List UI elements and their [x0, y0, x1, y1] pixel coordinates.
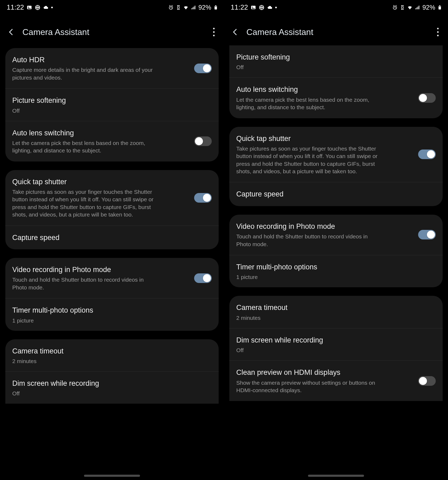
setting-title: Capture speed: [12, 233, 212, 242]
settings-list[interactable]: Auto HDR Capture more details in the bri…: [0, 45, 224, 480]
settings-group: Quick tap shutter Take pictures as soon …: [229, 127, 443, 206]
setting-value: Off: [12, 108, 212, 114]
notification-dot-icon: [51, 7, 53, 8]
battery-text: 92%: [422, 4, 435, 11]
notification-dot-icon: [275, 7, 277, 8]
setting-value: 2 minutes: [12, 358, 212, 364]
toggle-switch[interactable]: [194, 273, 212, 283]
settings-group: Camera timeout 2 minutes Dim screen whil…: [5, 339, 219, 404]
toggle-switch[interactable]: [418, 149, 436, 159]
svg-rect-13: [439, 6, 441, 6]
setting-title: Camera timeout: [236, 303, 436, 312]
settings-group: Camera timeout 2 minutes Dim screen whil…: [229, 296, 443, 401]
svg-rect-12: [439, 5, 441, 6]
setting-picture-softening[interactable]: Picture softening Off: [5, 88, 219, 121]
screen-left: 11:22 92% Camera Assistant: [0, 0, 224, 480]
setting-title: Camera timeout: [12, 346, 212, 356]
setting-value: 1 picture: [236, 274, 436, 280]
status-bar: 11:22 92%: [0, 0, 224, 15]
basketball-icon: [35, 5, 41, 10]
status-time: 11:22: [7, 3, 24, 11]
app-bar: Camera Assistant: [0, 19, 224, 45]
setting-value: Off: [12, 390, 212, 397]
setting-description: Let the camera pick the best lens based …: [236, 96, 407, 111]
setting-camera-timeout[interactable]: Camera timeout 2 minutes: [229, 296, 443, 328]
setting-quick-tap-shutter[interactable]: Quick tap shutter Take pictures as soon …: [229, 127, 443, 182]
setting-description: Touch and hold the Shutter button to rec…: [12, 276, 183, 291]
signal-icon: [414, 5, 420, 10]
signal-icon: [190, 5, 196, 10]
setting-video-recording-photo-mode[interactable]: Video recording in Photo mode Touch and …: [229, 215, 443, 255]
settings-group: Quick tap shutter Take pictures as soon …: [5, 170, 219, 249]
setting-title: Timer multi-photo options: [12, 305, 212, 315]
vibrate-icon: [175, 5, 181, 10]
wifi-icon: [183, 5, 189, 10]
toggle-switch[interactable]: [194, 136, 212, 146]
setting-title: Video recording in Photo mode: [12, 265, 212, 274]
setting-quick-tap-shutter[interactable]: Quick tap shutter Take pictures as soon …: [5, 170, 219, 226]
setting-title: Auto lens switching: [12, 128, 212, 138]
setting-capture-speed[interactable]: Capture speed: [5, 226, 219, 249]
more-options-button[interactable]: [210, 27, 218, 37]
setting-description: Take pictures as soon as your finger tou…: [12, 188, 183, 218]
back-button[interactable]: [6, 27, 16, 37]
setting-title: Capture speed: [236, 189, 436, 199]
setting-title: Picture softening: [12, 96, 212, 105]
page-title: Camera Assistant: [246, 27, 428, 37]
status-bar: 11:22 92%: [224, 0, 448, 15]
alarm-icon: [392, 5, 398, 10]
setting-camera-timeout[interactable]: Camera timeout 2 minutes: [5, 339, 219, 371]
gesture-nav-pill[interactable]: [84, 475, 140, 477]
settings-list[interactable]: Picture softening Off Auto lens switchin…: [224, 45, 448, 480]
battery-text: 92%: [198, 4, 211, 11]
battery-icon: [437, 5, 443, 10]
settings-group: Video recording in Photo mode Touch and …: [5, 258, 219, 331]
setting-video-recording-photo-mode[interactable]: Video recording in Photo mode Touch and …: [5, 258, 219, 298]
settings-group: Picture softening Off Auto lens switchin…: [229, 45, 443, 118]
setting-title: Picture softening: [236, 52, 436, 62]
setting-description: Touch and hold the Shutter button to rec…: [236, 233, 407, 248]
setting-title: Quick tap shutter: [236, 134, 436, 143]
setting-timer-multi-photo[interactable]: Timer multi-photo options 1 picture: [5, 298, 219, 331]
setting-title: Dim screen while recording: [12, 379, 212, 388]
setting-title: Auto lens switching: [236, 85, 436, 94]
svg-rect-5: [215, 5, 217, 6]
setting-dim-screen-recording[interactable]: Dim screen while recording Off: [229, 328, 443, 360]
setting-capture-speed[interactable]: Capture speed: [229, 182, 443, 206]
setting-value: Off: [236, 64, 436, 70]
setting-auto-lens-switching[interactable]: Auto lens switching Let the camera pick …: [229, 77, 443, 118]
setting-description: Capture more details in the bright and d…: [12, 66, 183, 81]
setting-description: Take pictures as soon as your finger tou…: [236, 145, 407, 175]
setting-auto-lens-switching[interactable]: Auto lens switching Let the camera pick …: [5, 121, 219, 162]
gesture-nav-pill[interactable]: [308, 475, 364, 477]
image-icon: [250, 5, 256, 10]
back-button[interactable]: [230, 27, 240, 37]
toggle-switch[interactable]: [418, 230, 436, 239]
setting-title: Quick tap shutter: [12, 177, 212, 187]
setting-clean-preview-hdmi[interactable]: Clean preview on HDMI displays Show the …: [229, 360, 443, 401]
setting-picture-softening[interactable]: Picture softening Off: [229, 45, 443, 77]
status-time: 11:22: [231, 3, 248, 11]
page-title: Camera Assistant: [22, 27, 204, 37]
setting-title: Dim screen while recording: [236, 335, 436, 345]
image-icon: [26, 5, 32, 10]
more-options-button[interactable]: [434, 27, 442, 37]
toggle-switch[interactable]: [194, 64, 212, 73]
app-bar: Camera Assistant: [224, 19, 448, 45]
setting-description: Show the camera preview without settings…: [236, 379, 407, 394]
setting-dim-screen-recording[interactable]: Dim screen while recording Off: [5, 371, 219, 404]
setting-value: Off: [236, 347, 436, 353]
setting-value: 1 picture: [12, 317, 212, 324]
setting-title: Timer multi-photo options: [236, 262, 436, 272]
setting-value: 2 minutes: [236, 315, 436, 321]
setting-auto-hdr[interactable]: Auto HDR Capture more details in the bri…: [5, 48, 219, 88]
setting-title: Video recording in Photo mode: [236, 222, 436, 231]
alarm-icon: [168, 5, 174, 10]
svg-point-1: [28, 6, 29, 7]
vibrate-icon: [399, 5, 405, 10]
toggle-switch[interactable]: [194, 193, 212, 203]
toggle-switch[interactable]: [418, 93, 436, 103]
setting-timer-multi-photo[interactable]: Timer multi-photo options 1 picture: [229, 255, 443, 287]
toggle-switch[interactable]: [418, 376, 436, 386]
basketball-icon: [259, 5, 265, 10]
